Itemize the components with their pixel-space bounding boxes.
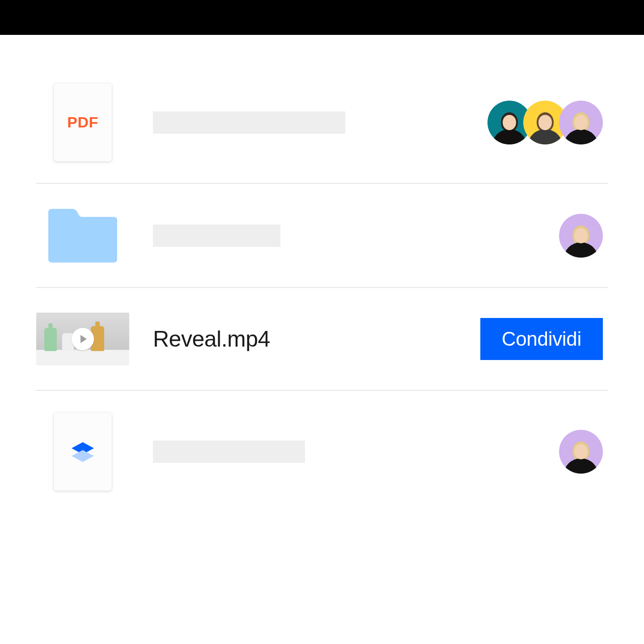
folder-icon [45,205,121,266]
file-name [130,111,429,134]
share-button[interactable]: Condividi [480,318,603,360]
filename-placeholder [153,441,305,463]
file-thumbnail [36,412,130,491]
file-name: Reveal.mp4 [130,326,429,352]
file-name [130,225,429,247]
window-top-bar [0,0,644,35]
row-actions: Condividi [429,318,608,360]
file-thumbnail[interactable] [36,313,130,365]
file-thumbnail [36,205,130,266]
filename-placeholder [153,225,280,247]
dropbox-file-icon [54,412,112,491]
file-name-label: Reveal.mp4 [153,326,270,352]
pdf-label: PDF [67,114,98,131]
svg-marker-1 [72,450,94,462]
pdf-icon: PDF [54,83,112,161]
file-row-dropbox[interactable] [36,391,608,512]
collaborators [429,214,608,258]
file-row-folder[interactable] [36,184,608,288]
avatar[interactable] [559,430,603,474]
avatar-stack[interactable] [487,101,603,144]
file-list: PDF [0,35,644,512]
video-thumbnail[interactable] [36,313,129,365]
filename-placeholder [153,111,345,134]
collaborators [429,101,608,144]
avatar-stack[interactable] [559,214,603,258]
file-thumbnail: PDF [36,83,130,161]
collaborators [429,430,608,474]
avatar[interactable] [559,101,603,144]
file-name [130,441,429,463]
dropbox-icon [70,441,96,463]
avatar-stack[interactable] [559,430,603,474]
avatar[interactable] [559,214,603,258]
play-icon[interactable] [72,328,94,350]
file-row-pdf[interactable]: PDF [36,62,608,184]
file-row-video[interactable]: Reveal.mp4 Condividi [36,288,608,391]
